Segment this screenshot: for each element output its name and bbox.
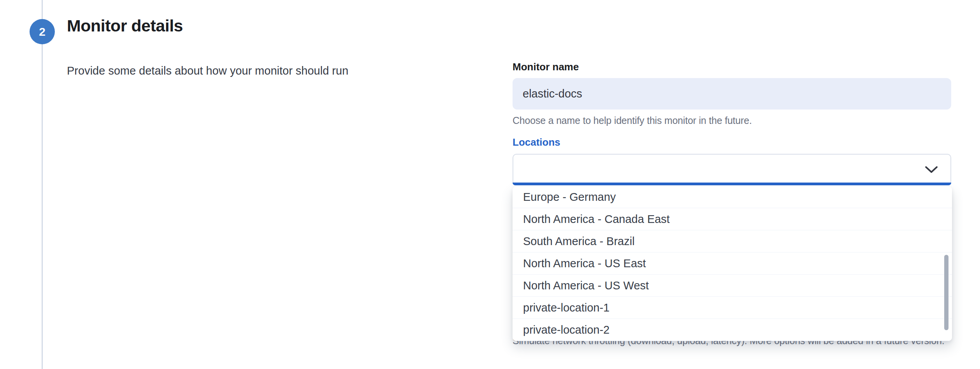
monitor-name-label: Monitor name xyxy=(513,61,579,73)
locations-combobox[interactable] xyxy=(513,154,951,185)
location-option[interactable]: North America - US West xyxy=(513,275,952,297)
location-option[interactable]: private-location-1 xyxy=(513,297,952,319)
location-option-label: South America - Brazil xyxy=(523,235,635,248)
location-option-label: Europe - Germany xyxy=(523,191,616,204)
location-option[interactable]: South America - Brazil xyxy=(513,230,952,252)
focus-underline xyxy=(513,183,951,185)
chevron-down-icon[interactable] xyxy=(925,166,938,174)
step-number-badge: 2 xyxy=(30,19,55,44)
location-option-label: North America - Canada East xyxy=(523,213,670,226)
location-option-label: private-location-2 xyxy=(523,324,609,336)
monitor-name-input[interactable] xyxy=(513,78,951,110)
locations-dropdown-list: Europe - Germany North America - Canada … xyxy=(513,186,952,341)
location-option[interactable]: private-location-2 xyxy=(513,319,952,341)
scrollbar-thumb[interactable] xyxy=(944,255,948,330)
step-progress-line xyxy=(42,0,43,369)
location-option-label: North America - US East xyxy=(523,257,646,270)
location-option-label: North America - US West xyxy=(523,279,649,292)
monitor-name-help: Choose a name to help identify this moni… xyxy=(513,115,752,126)
step-description: Provide some details about how your moni… xyxy=(67,64,348,77)
location-option[interactable]: North America - Canada East xyxy=(513,208,952,230)
page-title: Monitor details xyxy=(67,16,183,35)
locations-label: Locations xyxy=(513,136,560,148)
step-number: 2 xyxy=(39,25,46,38)
location-option[interactable]: North America - US East xyxy=(513,252,952,275)
location-option-label: private-location-1 xyxy=(523,301,609,314)
location-option[interactable]: Europe - Germany xyxy=(513,186,952,208)
